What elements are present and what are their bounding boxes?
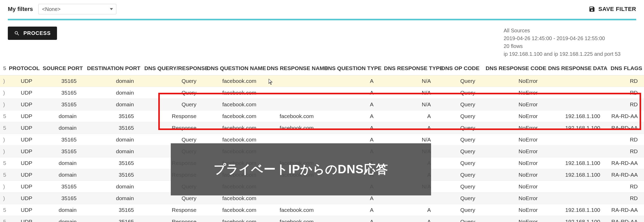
cell-dns-qtype: A <box>321 216 381 222</box>
cell-destination-port: domain <box>84 87 141 99</box>
cell-dns-rtype: A <box>381 216 438 222</box>
cell-dns-qname: facebook.com <box>204 169 264 181</box>
chevron-down-icon <box>110 8 113 10</box>
cell-dns-opcode: Query <box>438 75 482 87</box>
col-dns-qname[interactable]: DNS QUESTION NAME <box>204 63 264 75</box>
cell-dns-qtype: A <box>321 87 381 99</box>
col-stub[interactable]: 5 <box>0 63 6 75</box>
cell-dns-rname: facebook.com <box>264 157 321 169</box>
cell-stub: ) <box>0 146 6 157</box>
table-row[interactable]: )UDP35165domainQueryfacebook.comAN/AQuer… <box>0 134 644 146</box>
cell-protocol: UDP <box>6 87 40 99</box>
filter-bar: My filters <None> SAVE FILTER <box>0 0 644 16</box>
table-row[interactable]: 5UDPdomain35165Responsefacebook.comfaceb… <box>0 216 644 222</box>
table-row[interactable]: 5UDPdomain35165Responsefacebook.comfaceb… <box>0 169 644 181</box>
filter-dropdown-value: <None> <box>42 6 61 12</box>
cell-source-port: domain <box>40 204 84 216</box>
table-row[interactable]: )UDP35165domainQueryfacebook.comAN/AQuer… <box>0 99 644 110</box>
col-source-port[interactable]: SOURCE PORT <box>40 63 84 75</box>
cell-dns-opcode: Query <box>438 204 482 216</box>
cell-dns-rdata <box>545 181 608 193</box>
cell-stub: ) <box>0 181 6 193</box>
cell-dns-rcode: NoError <box>482 87 545 99</box>
save-filter-button[interactable]: SAVE FILTER <box>589 6 636 13</box>
cell-dns-rtype: N/A <box>381 146 438 157</box>
cell-source-port: domain <box>40 216 84 222</box>
col-destination-port[interactable]: DESTINATION PORT <box>84 63 141 75</box>
col-protocol[interactable]: PROTOCOL <box>6 63 40 75</box>
table-row[interactable]: 5UDPdomain35165Responsefacebook.comfaceb… <box>0 122 644 134</box>
action-row: PROCESS All Sources 2019-04-26 12:45:00 … <box>0 20 644 63</box>
cell-protocol: UDP <box>6 204 40 216</box>
table-row[interactable]: )UDP35165domainQueryfacebook.comAN/AQuer… <box>0 181 644 193</box>
cell-source-port: domain <box>40 169 84 181</box>
table-row[interactable]: )UDP35165domainQueryfacebook.comAN/AQuer… <box>0 146 644 157</box>
cell-dns-rname <box>264 75 321 87</box>
info-timerange: 2019-04-26 12:45:00 - 2019-04-26 12:55:0… <box>504 34 621 42</box>
table-row[interactable]: 5UDPdomain35165Responsefacebook.comfaceb… <box>0 157 644 169</box>
cell-destination-port: domain <box>84 193 141 204</box>
cell-dns-qtype: A <box>321 204 381 216</box>
cell-dns-qtype: A <box>321 169 381 181</box>
col-dns-opcode[interactable]: DNS OP CODE <box>438 63 482 75</box>
cell-dns-rtype: A <box>381 169 438 181</box>
cell-dns-qname: facebook.com <box>204 193 264 204</box>
cell-stub: 5 <box>0 169 6 181</box>
my-filters-label: My filters <box>8 6 33 13</box>
process-button[interactable]: PROCESS <box>8 27 57 40</box>
cell-dns-opcode: Query <box>438 146 482 157</box>
info-flowcount: 20 flows <box>504 42 621 50</box>
cell-dns-qtype: A <box>321 193 381 204</box>
cell-dns-qr: Response <box>141 216 204 222</box>
cell-dns-qr: Response <box>141 122 204 134</box>
cell-dns-rdata <box>545 99 608 110</box>
cell-dns-rdata <box>545 146 608 157</box>
col-dns-rtype[interactable]: DNS RESPONSE TYPE <box>381 63 438 75</box>
cell-dns-qname: facebook.com <box>204 204 264 216</box>
cell-dns-rname: facebook.com <box>264 216 321 222</box>
col-dns-qtype[interactable]: DNS QUESTION TYPE <box>321 63 381 75</box>
cell-source-port: 35165 <box>40 134 84 146</box>
table-row[interactable]: )UDP35165domainQueryfacebook.comAN/AQuer… <box>0 75 644 87</box>
cell-dns-rtype: N/A <box>381 181 438 193</box>
cell-dns-qr: Query <box>141 146 204 157</box>
cell-source-port: 35165 <box>40 193 84 204</box>
table-row[interactable]: 5UDPdomain35165Responsefacebook.comfaceb… <box>0 204 644 216</box>
cell-dns-flags: RD <box>608 134 644 146</box>
cell-dns-opcode: Query <box>438 216 482 222</box>
process-button-label: PROCESS <box>23 30 51 36</box>
cell-dns-rcode: NoError <box>482 110 545 122</box>
cell-dns-rdata: 192.168.1.100 <box>545 169 608 181</box>
table-row[interactable]: 5UDPdomain35165Responsefacebook.comfaceb… <box>0 110 644 122</box>
cell-dns-rtype: N/A <box>381 134 438 146</box>
cell-dns-qtype: A <box>321 99 381 110</box>
table-row[interactable]: )UDP35165domainQueryfacebook.comAQueryNo… <box>0 193 644 204</box>
cell-source-port: 35165 <box>40 87 84 99</box>
cell-dns-rdata <box>545 87 608 99</box>
col-dns-rname[interactable]: DNS RESPONSE NAME <box>264 63 321 75</box>
col-dns-qr[interactable]: DNS QUERY/RESPONSE <box>141 63 204 75</box>
cell-dns-rcode: NoError <box>482 181 545 193</box>
col-dns-rcode[interactable]: DNS RESPONSE CODE <box>482 63 545 75</box>
cell-dns-qtype: A <box>321 122 381 134</box>
cell-dns-opcode: Query <box>438 110 482 122</box>
cell-stub: 5 <box>0 204 6 216</box>
cell-dns-rname <box>264 193 321 204</box>
col-dns-flags[interactable]: DNS FLAGS <box>608 63 644 75</box>
table-row[interactable]: )UDP35165domainQueryfacebook.comAN/AQuer… <box>0 87 644 99</box>
cell-protocol: UDP <box>6 75 40 87</box>
cell-protocol: UDP <box>6 181 40 193</box>
col-dns-rdata[interactable]: DNS RESPONSE DATA <box>545 63 608 75</box>
cell-dns-qtype: A <box>321 146 381 157</box>
cell-dns-rdata <box>545 134 608 146</box>
cell-source-port: domain <box>40 110 84 122</box>
results-table: 5 PROTOCOL SOURCE PORT DESTINATION PORT … <box>0 63 644 222</box>
cell-source-port: domain <box>40 157 84 169</box>
filter-dropdown[interactable]: <None> <box>38 4 116 14</box>
cell-dns-rname <box>264 134 321 146</box>
cell-dns-rdata <box>545 193 608 204</box>
cell-protocol: UDP <box>6 216 40 222</box>
cell-dns-rname: facebook.com <box>264 169 321 181</box>
cell-source-port: domain <box>40 122 84 134</box>
cell-dns-rname <box>264 181 321 193</box>
